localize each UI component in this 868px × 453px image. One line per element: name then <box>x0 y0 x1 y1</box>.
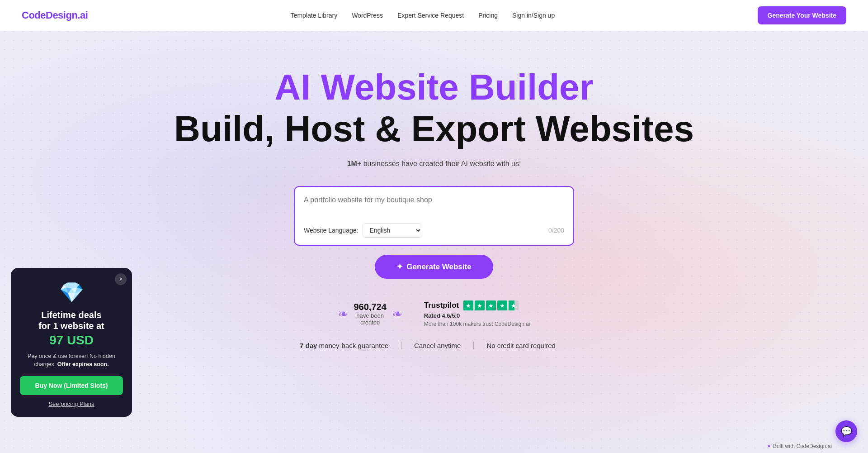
sites-stat: ❧ 960,724 have been created ❧ <box>338 302 402 326</box>
popup-gem-icon: 💎 <box>20 281 123 304</box>
logo-suffix: .ai <box>77 10 88 21</box>
hero-title-purple: AI Website Builder <box>9 67 859 107</box>
trustpilot-label: Trustpilot <box>424 301 459 310</box>
nav-template-library[interactable]: Template Library <box>291 12 338 19</box>
hero-subtitle-bold: 1M+ <box>347 160 362 167</box>
guarantee-1: 7 day money-back guarantee <box>300 342 401 349</box>
nav-generate-button[interactable]: Generate Your Website <box>758 6 847 24</box>
chat-icon: 💬 <box>841 426 852 437</box>
popup-price: 97 USD <box>20 333 123 348</box>
website-input-box: Website Language: English Spanish French… <box>294 186 574 246</box>
hero-subtitle: 1M+ businesses have created their AI web… <box>9 160 859 168</box>
trustpilot-sub: More than 100k makers trust CodeDesign.a… <box>424 321 530 327</box>
star-5: ★ <box>509 300 519 310</box>
popup-buy-button[interactable]: Buy Now (Limited Slots) <box>20 376 123 395</box>
guarantee-2: Cancel anytime <box>401 342 474 349</box>
popup-see-plans-button[interactable]: See pricing Plans <box>48 401 94 407</box>
nav-wordpress[interactable]: WordPress <box>352 12 383 19</box>
popup-title: Lifetime dealsfor 1 website at <box>20 310 123 331</box>
hero-subtitle-rest: businesses have created their AI website… <box>361 160 521 167</box>
laurel-left-icon: ❧ <box>338 306 348 321</box>
popup-description: Pay once & use forever! No hidden charge… <box>20 352 123 369</box>
navbar: CodeDesign.ai Template Library WordPress… <box>0 0 868 31</box>
language-row: Website Language: English Spanish French… <box>304 223 422 238</box>
trustpilot-rating: Rated 4.6/5.0 <box>424 312 460 319</box>
stats-row: ❧ 960,724 have been created ❧ Trustpilot… <box>9 300 859 327</box>
star-3: ★ <box>486 300 496 310</box>
sites-count: 960,724 <box>354 302 386 312</box>
generate-website-button[interactable]: ✦ Generate Website <box>375 255 493 279</box>
sites-label: have been created <box>354 312 386 326</box>
built-with-star-icon: ✦ <box>767 443 771 449</box>
star-1: ★ <box>463 300 473 310</box>
guarantee-3: No credit card required <box>474 342 568 349</box>
website-description-input[interactable] <box>304 196 564 218</box>
laurel-right-icon: ❧ <box>392 306 402 321</box>
nav-expert-service[interactable]: Expert Service Request <box>397 12 464 19</box>
star-4: ★ <box>497 300 507 310</box>
star-2: ★ <box>475 300 485 310</box>
lifetime-deal-popup: × 💎 Lifetime dealsfor 1 website at 97 US… <box>11 268 132 417</box>
language-label: Website Language: <box>304 227 358 234</box>
guarantees-row: 7 day money-back guarantee Cancel anytim… <box>9 342 859 349</box>
built-with-badge: ✦ Built with CodeDesign.ai <box>767 443 832 449</box>
char-count: 0/200 <box>548 227 564 234</box>
input-footer: Website Language: English Spanish French… <box>304 223 564 238</box>
popup-close-button[interactable]: × <box>115 273 127 285</box>
hero-title-black: Build, Host & Export Websites <box>9 109 859 149</box>
trustpilot-stars: ★ ★ ★ ★ ★ <box>463 300 519 310</box>
nav-links: Template Library WordPress Expert Servic… <box>291 11 555 19</box>
logo-text: CodeDesign <box>22 10 77 21</box>
built-with-label: Built with CodeDesign.ai <box>773 443 832 449</box>
sites-count-block: 960,724 have been created <box>354 302 386 326</box>
trustpilot-row: Trustpilot ★ ★ ★ ★ ★ <box>424 300 519 310</box>
generate-icon: ✦ <box>396 262 403 272</box>
nav-signin[interactable]: Sign in/Sign up <box>512 12 555 19</box>
nav-pricing[interactable]: Pricing <box>478 12 498 19</box>
language-select[interactable]: English Spanish French German Italian Po… <box>363 223 422 238</box>
trustpilot-block: Trustpilot ★ ★ ★ ★ ★ Rated 4.6/5.0 More … <box>424 300 530 327</box>
logo[interactable]: CodeDesign.ai <box>22 10 88 21</box>
generate-label: Generate Website <box>406 262 471 272</box>
chat-widget-button[interactable]: 💬 <box>835 420 857 442</box>
